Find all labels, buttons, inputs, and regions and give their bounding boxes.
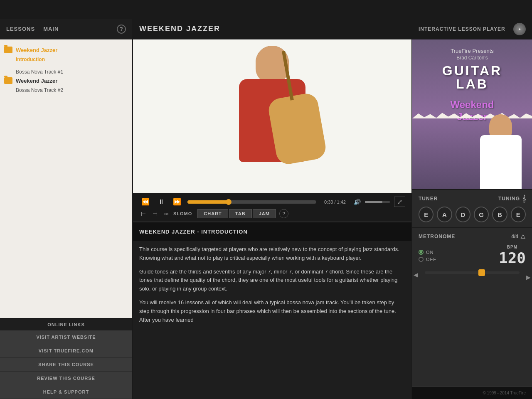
string-E2[interactable]: E: [511, 207, 526, 222]
next-lesson-button[interactable]: ⊣: [151, 209, 159, 218]
main-label: MAIN: [43, 26, 59, 32]
ilp-label: INTERACTIVE LESSON PLAYER: [419, 26, 505, 32]
course-presents: TrueFire Presents: [451, 48, 494, 54]
lessons-header: LESSONS MAIN ?: [0, 19, 132, 39]
tuner-tuning-area: TUNING 𝄞: [498, 195, 526, 202]
sub-lesson-title-bossa2: Bossa Nova Track #2: [16, 87, 63, 93]
left-panel: LESSONS MAIN ? Weekend Jazzer Introducti…: [0, 19, 133, 399]
tuner-header: TUNER TUNING 𝄞: [419, 195, 526, 202]
metronome-controls: ON OFF BPM 120: [419, 245, 526, 266]
fullscreen-button[interactable]: ⤢: [394, 197, 405, 207]
prev-lesson-button[interactable]: ⊢: [139, 209, 148, 218]
desc-title: WEEKEND JAZZER - INTRODUCTION: [139, 229, 248, 235]
bpm-display: BPM 120: [499, 245, 526, 266]
tuner-strings: E A D G B E: [419, 207, 526, 222]
video-controls: ⏪ ⏸ ⏩ 0:33 / 1:42 🔊 ⤢ ⊢ ⊣ ∞ SLOMO: [133, 193, 411, 222]
lessons-label: LESSONS: [6, 26, 35, 32]
top-bar: [0, 0, 532, 19]
sub-lesson-intro[interactable]: Introduction: [0, 54, 132, 64]
volume-fill: [365, 201, 382, 203]
visit-truefire-button[interactable]: VISIT TRUEFIRE.COM: [0, 344, 132, 358]
person-body: [480, 135, 522, 189]
bpm-value: 120: [499, 249, 526, 266]
metronome-icon: ⚠: [520, 233, 526, 240]
sub-lesson-bossa2[interactable]: Bossa Nova Track #2: [0, 85, 132, 94]
volume-bar[interactable]: [365, 201, 390, 203]
tab-tab-button[interactable]: TAB: [229, 209, 252, 218]
rewind-button[interactable]: ⏪: [139, 197, 152, 207]
sub-lesson-title-bossa1: Bossa Nova Track #1: [16, 69, 63, 75]
string-B[interactable]: B: [492, 207, 507, 222]
progress-thumb: [226, 199, 232, 205]
controls-help-button[interactable]: ?: [279, 209, 288, 218]
truefire-logo: ✦: [513, 23, 526, 35]
course-author: Brad Carlton's: [456, 55, 488, 61]
metro-slider-thumb[interactable]: [478, 269, 485, 276]
course-name-line1: Weekend: [451, 99, 494, 110]
share-course-button[interactable]: SHARE THIS COURSE: [0, 358, 132, 372]
metronome-sig-area: 4/4 ⚠: [511, 233, 526, 240]
metronome-header: METRONOME 4/4 ⚠: [419, 233, 526, 240]
string-G[interactable]: G: [474, 207, 489, 222]
lesson-group-1: Weekend Jazzer Introduction: [0, 44, 132, 65]
folder-icon-2: [4, 77, 12, 84]
help-support-button[interactable]: HELP & SUPPORT: [0, 385, 132, 399]
metronome-label: METRONOME: [419, 234, 455, 239]
video-header: WEEKEND JAZZER: [133, 19, 411, 39]
desc-header: WEEKEND JAZZER - INTRODUCTION: [133, 222, 411, 241]
slider-right-arrow[interactable]: ▶: [526, 274, 531, 281]
lesson-item-2[interactable]: Weekend Jazzer: [0, 76, 132, 85]
chart-tab-button[interactable]: CHART: [197, 209, 228, 218]
tuner-label: TUNER: [419, 196, 438, 202]
string-E1[interactable]: E: [419, 207, 433, 222]
metro-on-radio[interactable]: ON: [419, 250, 436, 255]
instructor-figure: [210, 46, 335, 187]
copyright-text: © 1999 - 2014 TrueFire: [483, 391, 526, 395]
tab-buttons: CHART TAB JAM: [197, 209, 276, 218]
tuner-tuning-label: TUNING: [498, 196, 520, 202]
video-area[interactable]: [133, 39, 411, 193]
radio-off-dot: [419, 257, 424, 262]
progress-fill: [187, 200, 229, 204]
jam-tab-button[interactable]: JAM: [253, 209, 276, 218]
radio-on-label: ON: [426, 250, 434, 255]
sub-lesson-bossa1[interactable]: Bossa Nova Track #1: [0, 67, 132, 76]
pause-button[interactable]: ⏸: [156, 197, 167, 207]
video-title: WEEKEND JAZZER: [139, 25, 220, 33]
footer-bar: © 1999 - 2014 TrueFire: [412, 387, 532, 399]
time-sig-display: 4/4: [511, 234, 518, 239]
tuning-fork-icon: 𝄞: [522, 195, 526, 202]
video-frame: [133, 39, 411, 193]
visit-artist-button[interactable]: VISIT ARTIST WEBSITE: [0, 330, 132, 344]
desc-content[interactable]: This course is specifically targeted at …: [133, 241, 411, 399]
loop-button[interactable]: ∞: [163, 209, 170, 218]
lesson-title-2: Weekend Jazzer: [16, 78, 57, 84]
sub-lesson-title-intro: Introduction: [16, 57, 45, 62]
course-art: TrueFire Presents Brad Carlton's GUITAR …: [412, 39, 532, 189]
lesson-item-1[interactable]: Weekend Jazzer: [0, 45, 132, 54]
lab-text: LAB: [442, 77, 502, 91]
metronome-section: METRONOME 4/4 ⚠ ON OFF: [412, 227, 532, 387]
metro-slider-track[interactable]: [425, 271, 520, 274]
desc-paragraph-2: Guide tones are the thirds and sevenths …: [139, 268, 405, 293]
guitar-text: GUITAR: [442, 64, 502, 77]
string-A[interactable]: A: [437, 207, 452, 222]
center-panel: WEEKEND JAZZER ⏪ ⏸ ⏩: [133, 19, 411, 399]
metro-off-radio[interactable]: OFF: [419, 257, 436, 262]
online-links-section: ONLINE LINKS VISIT ARTIST WEBSITE VISIT …: [0, 318, 132, 399]
course-art-person: [470, 114, 532, 189]
right-panel: INTERACTIVE LESSON PLAYER ✦ TrueFire Pre…: [411, 19, 532, 399]
volume-icon[interactable]: 🔊: [354, 199, 361, 205]
slider-left-arrow[interactable]: ◀: [414, 271, 418, 278]
lesson-title-1: Weekend Jazzer: [16, 47, 57, 53]
time-display: 0:33 / 1:42: [320, 200, 350, 204]
ilp-header: INTERACTIVE LESSON PLAYER ✦: [412, 19, 532, 39]
fast-forward-button[interactable]: ⏩: [171, 197, 183, 207]
desc-paragraph-1: This course is specifically targeted at …: [139, 245, 405, 263]
string-D[interactable]: D: [456, 207, 470, 222]
review-course-button[interactable]: REVIEW THIS COURSE: [0, 372, 132, 385]
help-icon[interactable]: ?: [117, 25, 126, 34]
slomo-label: SLOMO: [173, 211, 192, 216]
progress-bar[interactable]: [187, 200, 316, 204]
lesson-group-2: Bossa Nova Track #1 Weekend Jazzer Bossa…: [0, 65, 132, 96]
